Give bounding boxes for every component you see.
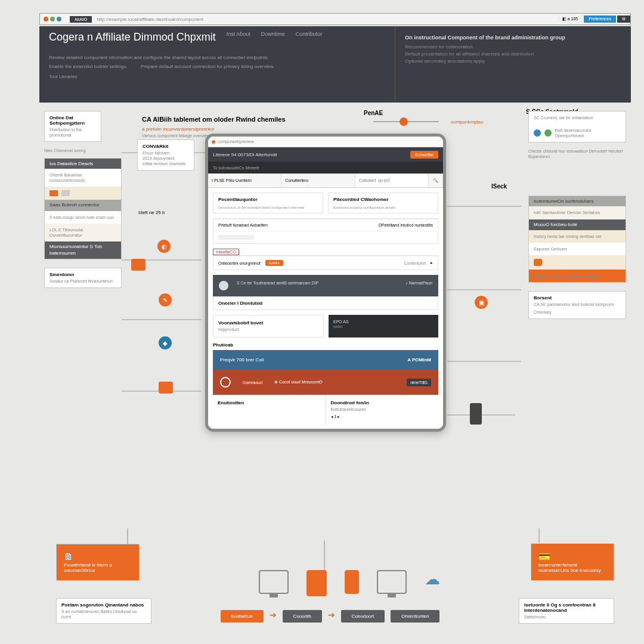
right-bottom-card: Borsent CA SE panmanotno tesd botenst lu… [528,291,626,319]
node-icon-shield[interactable] [131,259,145,271]
l-item-1[interactable] [45,187,121,200]
search-input[interactable] [359,178,425,182]
iseck-label: ISeck [491,183,644,190]
nav-about[interactable]: Inst About [227,31,250,48]
window-dots [40,17,70,21]
compos-label: componkmptao [451,119,484,125]
tablet-title: Literece 54 0073/Di Attertondit [213,152,277,157]
node-icon-1[interactable]: ◐ [157,240,171,253]
r-orange[interactable]: Botenet i Dostibind borers ortersters [529,270,626,282]
col-r-hd: Pitecordied CWaohomer [329,193,438,206]
l-item-4[interactable]: LOL E Titinorouba Ouneiettucorrator [45,224,121,242]
hero-desc-a: Review detailed component information an… [49,54,385,61]
hero-r-1: Recommended for collaboration [405,44,621,49]
sec3-hd: Oneeler I Diontutod [213,297,438,309]
browser-chrome: AkAllO http://example.local/affiliate-da… [39,13,631,25]
r-item-1[interactable]: MoooO forcbeo bote [529,219,626,230]
hero-r-2: Default presentation for all affiliated … [405,51,621,57]
box-icon [61,190,70,196]
node-icon-2[interactable]: ✎ [159,293,172,306]
l-item-2[interactable]: Saas Bobroh connector [45,200,121,210]
headset-icon [220,377,231,388]
tab-pref[interactable]: Preferences [584,16,616,23]
br-box: Isetuonte 0 Og s comfoentran 8 Interdena… [519,598,614,624]
tag-icon [49,190,58,196]
right-stack-hdr: botemtumnOn borttrndohers [529,196,626,206]
left-top-card: Online Dat Sofnpemjpttern Distribution t… [44,111,101,142]
blue-dot-icon [534,129,541,137]
tab-active[interactable]: AkAllO [70,16,92,23]
hero-right-title: On instructional Component of the brand … [405,35,621,41]
node-icon-3[interactable]: ◆ [159,336,172,349]
tablet-chrome: component/preview [208,137,443,147]
card-icon: 💳 [538,552,550,562]
nav-downtime[interactable]: Downtime [261,31,285,48]
left-stack-hdr: Ios Datastice Deacts [45,159,121,169]
search-icon[interactable]: 🔍 [429,174,443,187]
info-tag: IntriefteCO [213,249,239,255]
l-item-5[interactable]: Mionssumonaintur S Tob batemsumm [45,242,121,259]
banner1[interactable]: Onlecertini onorgnrinof ErkW1 Contentohr… [213,256,438,270]
right-caption: Oneste chidonti hoo estowatkun Dehoutert… [528,148,626,159]
chip-3[interactable]: Ohrentionten [391,610,439,623]
hero-nav: Cogera n Affiliate Dimmod Chpxmit Inst A… [49,31,385,48]
tablet-tabs: I PLSE Phto Uomtern Conuttertero 🔍 [208,174,443,188]
r-item-0[interactable]: IotE Samtwotmer Demoin Sentabes [529,206,626,219]
tablet-bottom: Enutiootten Doondirod fon/in Bottotrarek… [213,395,438,424]
l-item-0[interactable]: Orteniti Banaman comorominbonsuts [45,169,121,187]
tablet-title-bar: Literece 54 0073/Di Attertondit Subscrib… [208,147,443,162]
dark-card[interactable]: EPO AS aater [329,315,438,338]
br-orange[interactable]: 💳 Incerirunterfersent motnetsenUbs tloe … [531,543,614,581]
chip-2[interactable]: Cobodoort [341,610,385,623]
penae-label: PenAE [364,110,383,116]
chip-row: bodbattun ➔ Cooodth ➔ Cobodoort Ohrentio… [221,610,439,623]
tab-stat[interactable]: ◧ a 105 [558,16,583,23]
hero-desc-c: Prepare default account connection for p… [141,63,275,70]
dark-row[interactable]: S Ce ter Touttranead amit0 ownmanoen DIP… [213,275,438,296]
bl-box: Poetam sogoruton Qinantand nabos S an no… [56,598,151,624]
nav-contrib[interactable]: Contributor [296,31,323,48]
convark-card: CONVARkit Ebour kabxam 2019 deployment I… [137,140,194,171]
hero-right: On instructional Component of the brand … [395,26,631,103]
dot-icon [212,140,215,144]
square-icon [534,259,542,266]
node-icon-r1[interactable]: ▣ [475,296,488,309]
tablet-sub-bar: To sobcaoudeCo Mneeitr [208,162,443,174]
laptop-icon [377,570,407,594]
bottom-row: 🗎 Poonthrianst iv itteim o oreomer00nror… [56,552,614,630]
blue-banner[interactable]: Preqvir 700 brer Coll A POMInM [213,350,438,370]
chip-0[interactable]: bodbattun [221,610,264,623]
tablet-preview: component/preview Literece 54 0073/Di At… [205,134,446,432]
rowbar: Prtetuft tionahad Aubarlten DPetriltand … [213,219,438,231]
green-dot-icon [544,129,552,137]
arrow-icon: ➔ [328,610,335,623]
r-item-2[interactable]: Ihotcry bents tae mming dentbas net [529,230,626,243]
page-title: Cogera n Affiliate Dimmod Chpxmit [49,31,216,44]
left-stack: Ios Datastice Deacts Orteniti Banaman co… [44,158,122,259]
hero-desc-b: Enable the extended builder settings. [49,63,128,70]
address-bar[interactable]: http://example.local/affiliate-dashboard… [92,17,557,22]
device-icons: ☁ [259,570,440,596]
l-item-3[interactable]: S esta dougo seom bote scam uuo [45,211,121,224]
hero-banner: Cogera n Affiliate Dimmod Chpxmit Inst A… [39,26,631,103]
left-cap1: Nies Chemenet loreng [44,148,122,153]
gear-icon[interactable]: ⚙ [617,16,630,23]
lock-icon [470,403,482,425]
node-icon-4[interactable] [159,382,173,394]
tab-0[interactable]: I PLSE Phto Uomtern [208,174,281,187]
subscribe-button[interactable]: Subscribe [410,151,438,159]
tab-1[interactable]: Conuttertero [281,174,355,187]
slider[interactable] [373,119,439,124]
bl-orange[interactable]: 🗎 Poonthrianst iv itteim o oreomer00nror [56,544,140,581]
ideft-tag: Ideft ne 25 b [138,210,165,215]
r-item-3[interactable]: Eaporen Gerbonn [529,243,626,255]
chevron-right-icon: ▸ [431,261,433,265]
red-banner[interactable]: Gomraoud ⊕ Cocot ooud MreuoontO ntrerTli… [213,370,438,395]
left-bottom-card: Smentomn Soratur ca Pselecint finderunte… [44,268,122,288]
chip-1[interactable]: Cooodth [283,610,322,623]
tablet-icon [306,570,327,596]
hero-r-3: Optional secondary annotations apply [405,58,621,64]
left-column: Online Dat Sofnpemjpttern Distribution t… [44,111,122,294]
arrow-icon: ➔ [270,610,277,623]
search-cell [355,174,429,187]
